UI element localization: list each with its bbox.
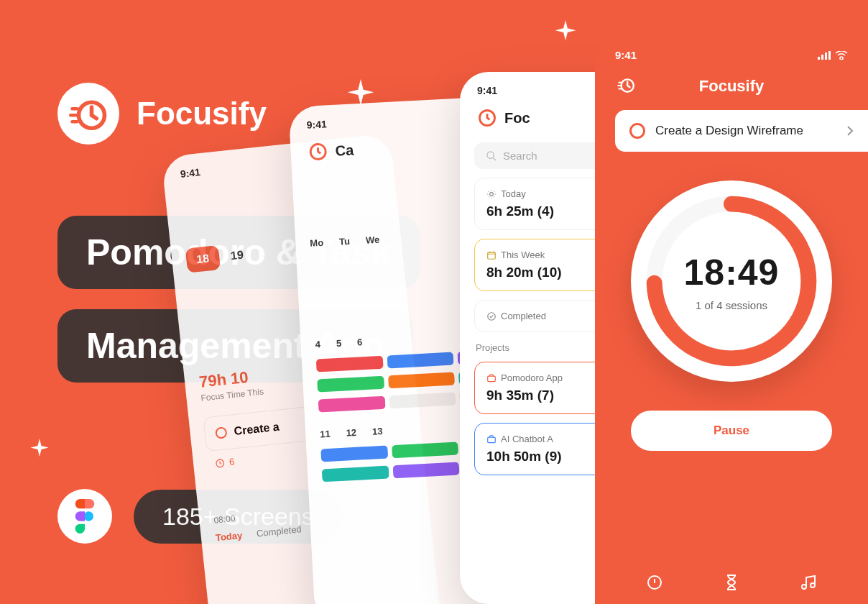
timer: 18:49 1 of 4 sessions <box>595 180 868 382</box>
radio-icon <box>215 426 228 439</box>
svg-point-5 <box>487 152 494 158</box>
logo-circle <box>57 83 119 145</box>
sparkle-icon <box>29 439 50 460</box>
tab-completed[interactable]: Completed <box>256 523 302 539</box>
chevron-right-icon <box>846 125 854 137</box>
radio-icon <box>629 123 645 139</box>
clock-icon <box>214 457 225 468</box>
sparkle-icon <box>553 20 578 45</box>
svg-rect-7 <box>488 252 496 258</box>
sun-icon <box>486 189 497 199</box>
stopwatch-icon <box>69 94 108 133</box>
check-circle-icon <box>486 311 497 321</box>
svg-point-6 <box>490 192 494 196</box>
header-title: Foc <box>504 110 530 127</box>
figma-icon <box>73 499 97 534</box>
status-bar: 9:41 <box>595 36 868 67</box>
task-title: Create a Design Wireframe <box>655 124 836 138</box>
calendar-day-19[interactable]: 19 <box>230 248 244 262</box>
svg-point-1 <box>84 511 93 521</box>
svg-point-8 <box>488 312 496 320</box>
calendar-day-18[interactable]: 18 <box>185 245 221 273</box>
music-icon[interactable] <box>800 574 817 591</box>
brand-logo: Focusify <box>57 83 267 145</box>
logo-icon <box>477 108 497 128</box>
figma-badge <box>57 489 112 544</box>
search-icon <box>486 150 497 162</box>
svg-rect-11 <box>818 57 820 60</box>
hourglass-icon[interactable] <box>723 574 740 591</box>
svg-point-20 <box>811 583 815 587</box>
briefcase-icon <box>486 434 497 444</box>
current-task-card[interactable]: Create a Design Wireframe <box>615 110 868 152</box>
svg-rect-9 <box>488 376 496 382</box>
logo-icon <box>308 141 328 162</box>
cellular-icon <box>818 51 831 60</box>
svg-rect-14 <box>828 51 831 60</box>
tab-today[interactable]: Today <box>215 530 243 544</box>
bottom-nav <box>595 561 868 604</box>
header-logo-icon <box>617 76 635 97</box>
app-title: Focusify <box>699 77 764 96</box>
svg-rect-12 <box>821 55 823 60</box>
header-title: Ca <box>335 142 354 159</box>
brand-name: Focusify <box>137 96 267 132</box>
calendar-icon <box>486 250 497 260</box>
wifi-icon <box>835 51 848 60</box>
svg-rect-13 <box>825 52 827 60</box>
alert-icon[interactable] <box>646 574 663 591</box>
svg-point-19 <box>802 585 806 589</box>
svg-rect-10 <box>488 437 496 443</box>
app-header: Focusify <box>595 67 868 110</box>
phone-mockup-main: 9:41 Focusify Create a Design Wireframe … <box>595 36 868 604</box>
status-time: 9:41 <box>615 49 637 61</box>
briefcase-icon <box>486 373 497 383</box>
pause-button[interactable]: Pause <box>631 411 832 451</box>
